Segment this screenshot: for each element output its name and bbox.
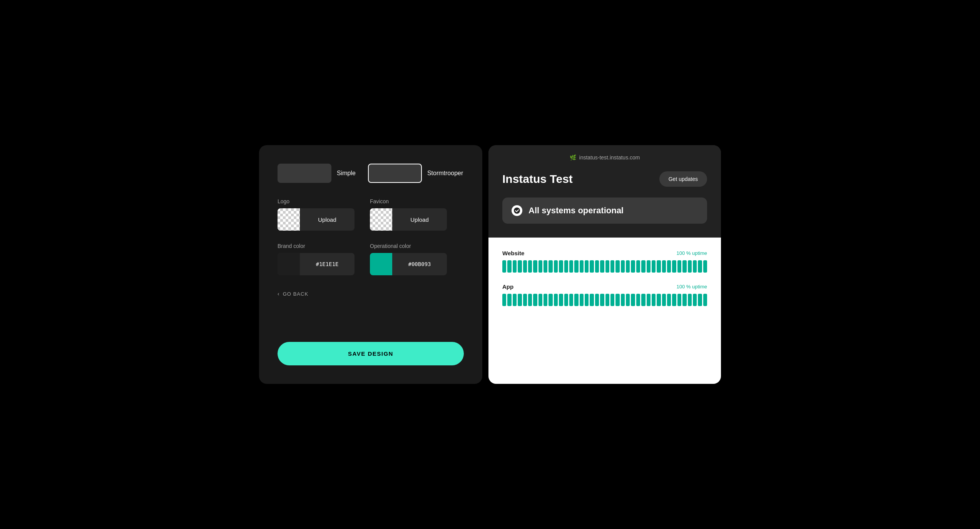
theme-selector: Simple Stormtrooper: [278, 164, 464, 183]
chevron-left-icon: ‹: [278, 291, 280, 297]
uptime-segment: [533, 294, 537, 306]
brand-color-input[interactable]: #1E1E1E: [278, 253, 355, 275]
color-row: Brand color #1E1E1E Operational color #0…: [278, 243, 464, 275]
uptime-segment: [672, 294, 676, 306]
favicon-checker: [370, 208, 392, 231]
uptime-segment: [636, 260, 640, 273]
uptime-segment: [647, 294, 651, 306]
favicon-upload-button[interactable]: Upload: [370, 208, 447, 231]
site-header: Instatus Test Get updates: [502, 171, 707, 187]
services-container: Website100 % uptimeApp100 % uptime: [502, 250, 707, 306]
service-row-1: App100 % uptime: [502, 283, 707, 306]
logo-label: Logo: [278, 198, 355, 204]
save-design-label: SAVE DESIGN: [348, 350, 393, 357]
uptime-bar-1: [502, 294, 707, 306]
uptime-segment: [647, 260, 651, 273]
operational-color-hex: #00B093: [392, 261, 447, 267]
uptime-segment: [662, 294, 666, 306]
uptime-segment: [667, 260, 671, 273]
status-text: All systems operational: [528, 206, 624, 216]
uptime-segment: [538, 260, 542, 273]
uptime-segment: [667, 294, 671, 306]
uptime-segment: [621, 294, 625, 306]
uptime-segment: [682, 260, 686, 273]
uptime-segment: [507, 260, 511, 273]
right-panel-bottom: Website100 % uptimeApp100 % uptime: [488, 238, 721, 384]
uptime-segment: [523, 260, 527, 273]
uptime-segment: [502, 260, 506, 273]
uptime-bar-0: [502, 260, 707, 273]
uptime-segment: [513, 260, 517, 273]
uptime-segment: [636, 294, 640, 306]
uptime-segment: [662, 260, 666, 273]
go-back-button[interactable]: ‹ GO BACK: [278, 291, 464, 297]
uptime-segment: [677, 294, 681, 306]
uptime-segment: [677, 260, 681, 273]
uptime-segment: [626, 294, 630, 306]
uptime-segment: [590, 260, 594, 273]
go-back-label: GO BACK: [283, 291, 309, 297]
brand-color-group: Brand color #1E1E1E: [278, 243, 355, 275]
uptime-segment: [533, 260, 537, 273]
service-header-1: App100 % uptime: [502, 283, 707, 290]
uptime-segment: [574, 260, 578, 273]
main-container: Simple Stormtrooper Logo Upload Favicon: [259, 145, 721, 384]
logo-upload-group: Logo Upload: [278, 198, 355, 231]
uptime-segment: [538, 294, 542, 306]
uptime-segment: [693, 294, 697, 306]
upload-row: Logo Upload Favicon Upload: [278, 198, 464, 231]
uptime-segment: [631, 294, 635, 306]
brand-color-swatch: [278, 253, 300, 275]
save-design-button[interactable]: SAVE DESIGN: [278, 342, 464, 365]
uptime-segment: [698, 260, 702, 273]
uptime-segment: [559, 294, 563, 306]
uptime-segment: [672, 260, 676, 273]
operational-color-swatch: [370, 253, 392, 275]
theme-option-simple[interactable]: Simple: [278, 164, 356, 183]
status-banner: All systems operational: [502, 198, 707, 224]
operational-color-input[interactable]: #00B093: [370, 253, 447, 275]
uptime-segment: [523, 294, 527, 306]
uptime-segment: [688, 294, 692, 306]
status-check-icon: [512, 205, 522, 216]
theme-swatch-stormtrooper: [368, 164, 422, 183]
right-panel-top: 🌿 instatus-test.instatus.com Instatus Te…: [488, 145, 721, 238]
uptime-segment: [507, 294, 511, 306]
operational-color-group: Operational color #00B093: [370, 243, 447, 275]
uptime-segment: [502, 294, 506, 306]
uptime-segment: [615, 294, 619, 306]
uptime-segment: [549, 294, 552, 306]
uptime-segment: [605, 294, 609, 306]
uptime-segment: [574, 294, 578, 306]
uptime-segment: [641, 260, 645, 273]
logo-upload-text: Upload: [300, 216, 355, 223]
theme-option-stormtrooper[interactable]: Stormtrooper: [368, 164, 463, 183]
uptime-segment: [652, 294, 656, 306]
svg-point-0: [514, 208, 520, 214]
service-uptime-0: 100 % uptime: [677, 250, 707, 256]
get-updates-button[interactable]: Get updates: [659, 171, 707, 187]
theme-swatch-simple: [278, 164, 331, 183]
uptime-segment: [564, 260, 568, 273]
logo-upload-button[interactable]: Upload: [278, 208, 355, 231]
uptime-segment: [518, 260, 522, 273]
theme-label-simple: Simple: [337, 170, 356, 177]
uptime-segment: [528, 260, 532, 273]
uptime-segment: [657, 294, 661, 306]
uptime-segment: [641, 294, 645, 306]
leaf-icon: 🌿: [570, 154, 576, 161]
uptime-segment: [528, 294, 532, 306]
uptime-segment: [590, 294, 594, 306]
uptime-segment: [703, 260, 707, 273]
uptime-segment: [682, 294, 686, 306]
uptime-segment: [569, 294, 573, 306]
uptime-segment: [564, 294, 568, 306]
brand-color-hex: #1E1E1E: [300, 261, 355, 267]
uptime-segment: [600, 294, 604, 306]
uptime-segment: [585, 294, 589, 306]
uptime-segment: [610, 294, 614, 306]
uptime-segment: [693, 260, 697, 273]
uptime-segment: [569, 260, 573, 273]
service-uptime-1: 100 % uptime: [677, 284, 707, 290]
favicon-upload-text: Upload: [392, 216, 447, 223]
